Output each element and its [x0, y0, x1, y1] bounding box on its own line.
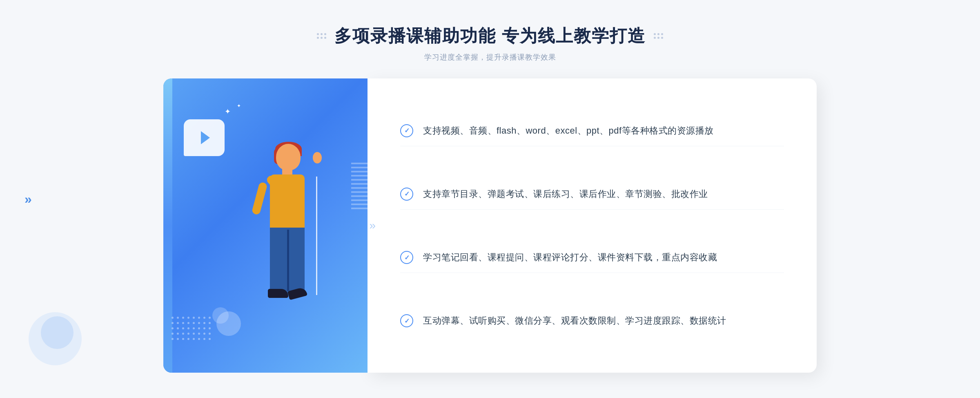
header-decoration: 多项录播课辅助功能 专为线上教学打造 — [317, 25, 663, 47]
check-mark-3: ✓ — [404, 254, 410, 262]
illustration-chevrons: » — [369, 219, 376, 232]
content-panel: ✓ 支持视频、音频、flash、word、excel、ppt、pdf等各种格式的… — [368, 78, 817, 373]
feature-text-4: 互动弹幕、试听购买、微信分享、观看次数限制、学习进度跟踪、数据统计 — [423, 313, 726, 328]
left-arrow-decoration: » — [24, 192, 32, 207]
char-hand-right — [313, 152, 322, 163]
char-arm-left — [252, 181, 268, 215]
check-mark-1: ✓ — [404, 127, 410, 134]
feature-text-3: 学习笔记回看、课程提问、课程评论打分、课件资料下载，重点内容收藏 — [423, 250, 717, 264]
char-line — [316, 177, 317, 295]
bg-circle-small — [41, 316, 74, 349]
char-body — [270, 174, 305, 232]
deco-circle-inner — [212, 307, 229, 324]
feature-text-1: 支持视频、音频、flash、word、excel、ppt、pdf等各种格式的资源… — [423, 123, 714, 138]
feature-text-2: 支持章节目录、弹题考试、课后练习、课后作业、章节测验、批改作业 — [423, 187, 708, 201]
header-dots-left — [317, 33, 326, 39]
content-area: ✦ ✦ — [122, 78, 858, 373]
feature-item-3: ✓ 学习笔记回看、课程提问、课程评论打分、课件资料下载，重点内容收藏 — [400, 242, 784, 273]
sub-title: 学习进度全掌握，提升录播课教学效果 — [0, 52, 980, 62]
feature-item-2: ✓ 支持章节目录、弹题考试、课后练习、课后作业、章节测验、批改作业 — [400, 179, 784, 210]
character-illustration — [231, 144, 345, 373]
play-bubble — [184, 119, 225, 156]
check-mark-2: ✓ — [404, 190, 410, 198]
check-icon-4: ✓ — [400, 314, 413, 327]
char-pants-line — [287, 230, 289, 291]
header-dots-right — [654, 33, 663, 39]
vertical-bar — [163, 78, 172, 373]
feature-item-4: ✓ 互动弹幕、试听购买、微信分享、观看次数限制、学习进度跟踪、数据统计 — [400, 305, 784, 336]
striped-decoration — [351, 160, 372, 209]
header-section: 多项录播课辅助功能 专为线上教学打造 学习进度全掌握，提升录播课教学效果 — [0, 0, 980, 78]
play-triangle-icon — [201, 131, 210, 144]
illustration-dots — [172, 317, 211, 340]
illustration-panel: ✦ ✦ — [163, 78, 368, 373]
char-foot-left — [268, 289, 288, 298]
sparkle-icon-2: ✦ — [237, 103, 241, 109]
check-icon-3: ✓ — [400, 251, 413, 264]
feature-item-1: ✓ 支持视频、音频、flash、word、excel、ppt、pdf等各种格式的… — [400, 115, 784, 146]
check-icon-2: ✓ — [400, 188, 413, 201]
main-title: 多项录播课辅助功能 专为线上教学打造 — [334, 25, 646, 47]
check-icon-1: ✓ — [400, 124, 413, 137]
sparkle-icon-1: ✦ — [225, 107, 231, 116]
char-head — [276, 144, 301, 170]
check-mark-4: ✓ — [404, 317, 410, 325]
